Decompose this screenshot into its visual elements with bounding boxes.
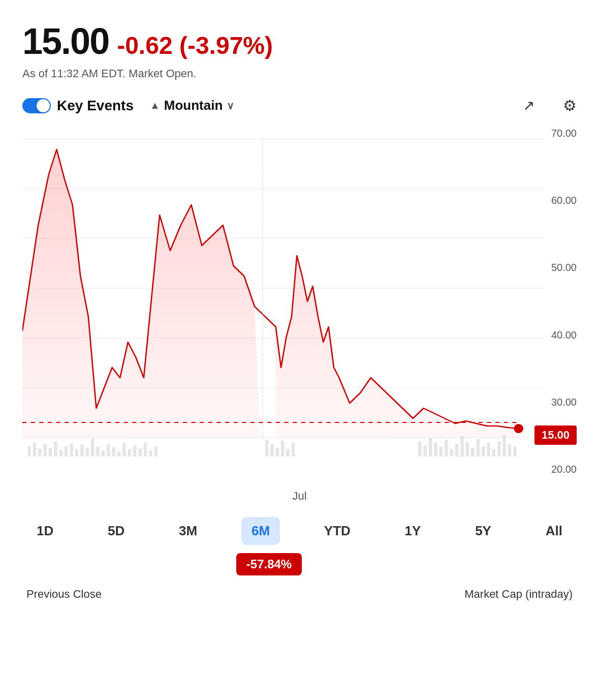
svg-rect-21: [91, 439, 94, 456]
svg-rect-46: [450, 449, 453, 456]
svg-rect-40: [418, 441, 421, 456]
gear-icon[interactable]: ⚙: [563, 97, 577, 114]
svg-rect-27: [122, 443, 125, 456]
svg-rect-16: [65, 446, 68, 456]
y-label-50: 50.00: [551, 262, 577, 273]
svg-rect-14: [54, 441, 57, 456]
svg-rect-50: [471, 448, 474, 456]
svg-rect-37: [281, 441, 284, 456]
svg-rect-30: [139, 448, 142, 456]
svg-rect-31: [144, 442, 147, 456]
current-price-dot: [514, 424, 523, 433]
svg-rect-53: [487, 443, 490, 456]
price-change: -0.62 (-3.97%): [117, 32, 273, 59]
svg-rect-52: [482, 446, 485, 456]
price-header: 15.00 -0.62 (-3.97%): [22, 20, 577, 62]
market-cap-label: Market Cap (intraday): [464, 588, 573, 601]
tab-5d[interactable]: 5D: [98, 517, 135, 545]
svg-rect-22: [96, 447, 99, 456]
tab-1y[interactable]: 1Y: [395, 517, 431, 545]
time-tabs: 1D 5D 3M 6M YTD 1Y 5Y All: [22, 517, 577, 545]
chart-controls: Key Events ▲ Mountain ∨ ↗ ⚙: [22, 97, 577, 114]
y-label-40: 40.00: [551, 329, 577, 341]
x-axis-jul-label: Jul: [22, 490, 577, 503]
svg-rect-57: [508, 444, 511, 456]
svg-rect-41: [424, 445, 427, 456]
key-events-toggle-wrap: Key Events: [22, 98, 134, 114]
svg-rect-55: [497, 441, 500, 456]
expand-icon[interactable]: ↗: [523, 97, 534, 114]
svg-rect-13: [49, 448, 52, 456]
svg-rect-45: [445, 440, 448, 456]
svg-rect-42: [429, 438, 432, 456]
price-timestamp: As of 11:32 AM EDT. Market Open.: [22, 67, 577, 80]
svg-rect-36: [276, 448, 279, 456]
tab-1d[interactable]: 1D: [26, 517, 64, 545]
svg-rect-34: [265, 440, 268, 456]
svg-rect-29: [133, 445, 136, 456]
y-label-60: 60.00: [551, 195, 577, 206]
current-price: 15.00: [22, 20, 109, 62]
svg-rect-38: [287, 449, 290, 456]
svg-rect-23: [102, 450, 105, 456]
svg-rect-20: [86, 448, 89, 456]
svg-rect-39: [292, 443, 295, 456]
svg-rect-51: [477, 439, 480, 456]
svg-rect-44: [439, 447, 443, 456]
svg-rect-49: [466, 442, 469, 456]
svg-rect-56: [503, 435, 506, 456]
svg-rect-17: [70, 443, 73, 456]
key-events-toggle[interactable]: [22, 98, 51, 113]
toggle-knob: [37, 99, 50, 112]
mountain-icon: ▲: [150, 100, 160, 111]
tab-3m[interactable]: 3M: [169, 517, 207, 545]
chart-area: 70.00 60.00 50.00 40.00 30.00 20.00 15.0…: [22, 124, 577, 479]
svg-rect-47: [455, 444, 458, 456]
key-events-label: Key Events: [57, 98, 134, 114]
svg-rect-43: [434, 443, 437, 456]
price-chart: [22, 124, 577, 479]
y-label-20: 20.00: [551, 464, 577, 475]
svg-rect-18: [75, 449, 78, 456]
svg-rect-10: [33, 443, 36, 456]
performance-row: -57.84%: [22, 553, 577, 575]
svg-rect-11: [38, 449, 41, 456]
volume-bars: [27, 435, 516, 456]
svg-rect-24: [107, 444, 110, 456]
tab-6m[interactable]: 6M: [241, 517, 280, 545]
chart-fill: [22, 149, 519, 438]
y-label-30: 30.00: [551, 397, 577, 408]
y-label-70: 70.00: [551, 128, 577, 139]
tab-all[interactable]: All: [535, 517, 573, 545]
svg-rect-54: [492, 449, 495, 456]
svg-rect-28: [128, 449, 131, 456]
svg-rect-12: [44, 444, 47, 456]
chart-type-button[interactable]: ▲ Mountain ∨: [150, 98, 234, 113]
svg-rect-58: [513, 447, 516, 456]
svg-rect-33: [154, 446, 157, 456]
performance-badge: -57.84%: [236, 553, 302, 575]
tab-ytd[interactable]: YTD: [314, 517, 361, 545]
svg-rect-26: [117, 451, 120, 456]
svg-rect-48: [460, 436, 463, 456]
stats-row: Previous Close Market Cap (intraday): [22, 588, 577, 601]
chart-line: [22, 149, 519, 429]
chevron-down-icon: ∨: [227, 100, 234, 112]
price-tag: 15.00: [534, 425, 577, 445]
svg-rect-15: [59, 450, 62, 456]
svg-rect-35: [270, 444, 273, 456]
mountain-label: Mountain: [164, 98, 223, 113]
svg-rect-32: [149, 450, 152, 456]
previous-close-label: Previous Close: [26, 588, 102, 601]
tab-5y[interactable]: 5Y: [465, 517, 501, 545]
svg-rect-9: [27, 446, 30, 456]
svg-rect-19: [80, 445, 83, 456]
svg-rect-25: [112, 447, 115, 456]
